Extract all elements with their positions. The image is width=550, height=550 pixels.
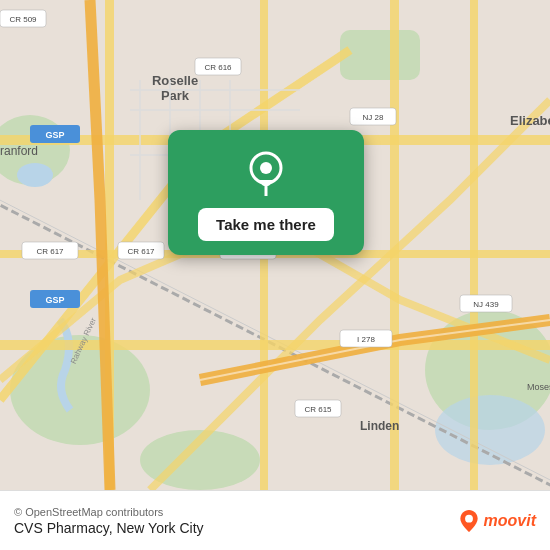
svg-point-55: [465, 514, 473, 522]
svg-text:Moses C: Moses C: [527, 382, 550, 392]
moovit-logo: moovit: [458, 510, 536, 532]
svg-text:Linden: Linden: [360, 419, 399, 433]
svg-point-6: [17, 163, 53, 187]
location-label: CVS Pharmacy, New York City: [14, 520, 458, 536]
moovit-text: moovit: [484, 512, 536, 530]
svg-text:CR 616: CR 616: [204, 63, 232, 72]
bottom-content: © OpenStreetMap contributors CVS Pharmac…: [14, 506, 536, 536]
popup-card: Take me there: [168, 130, 364, 255]
svg-text:CR 617: CR 617: [127, 247, 155, 256]
svg-text:Roselle: Roselle: [152, 73, 198, 88]
svg-point-54: [260, 162, 272, 174]
svg-text:GSP: GSP: [45, 130, 64, 140]
svg-rect-4: [340, 30, 420, 80]
svg-text:ranford: ranford: [0, 144, 38, 158]
map-container: GSP GSP CR 617 CR 617 I 278 NJ 439 NJ 28…: [0, 0, 550, 490]
svg-text:CR 617: CR 617: [36, 247, 64, 256]
svg-text:CR 615: CR 615: [304, 405, 332, 414]
svg-rect-16: [470, 0, 478, 490]
svg-text:CR 509: CR 509: [9, 15, 37, 24]
bottom-bar: © OpenStreetMap contributors CVS Pharmac…: [0, 490, 550, 550]
svg-text:I 278: I 278: [357, 335, 375, 344]
svg-text:NJ 439: NJ 439: [473, 300, 499, 309]
svg-text:NJ 28: NJ 28: [363, 113, 384, 122]
take-me-there-button[interactable]: Take me there: [198, 208, 334, 241]
copyright-text: © OpenStreetMap contributors: [14, 506, 458, 518]
svg-text:Elizabe: Elizabe: [510, 113, 550, 128]
svg-text:GSP: GSP: [45, 295, 64, 305]
location-pin-icon: [243, 150, 289, 196]
moovit-pin-icon: [458, 510, 480, 532]
